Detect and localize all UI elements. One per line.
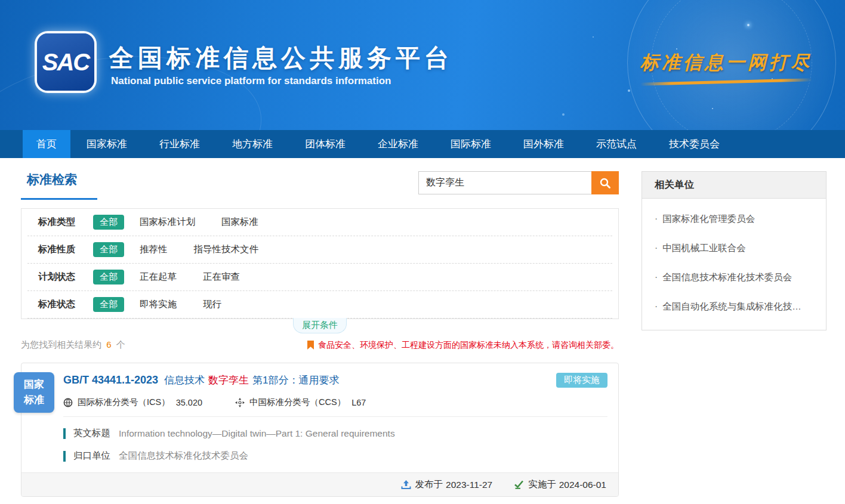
compass-icon: [235, 398, 245, 407]
related-unit-label: 国家标准化管理委员会: [662, 213, 755, 225]
card-body: GB/T 43441.1-2023 信息技术 数字孪生 第1部分：通用要求 即将…: [21, 363, 618, 462]
expand-conditions-button[interactable]: 展开条件: [293, 318, 347, 333]
committee-value: 全国信息技术标准化技术委员会: [119, 450, 248, 462]
globe-icon: [63, 398, 73, 407]
english-title-row: 英文标题 Information technology—Digital twin…: [63, 427, 607, 440]
related-units-panel: 相关单位 · 国家标准化管理委员会 · 中国机械工业联合会 · 全国信息技术标准…: [642, 171, 827, 330]
related-unit-label: 中国机械工业联合会: [662, 242, 746, 255]
related-unit-sac[interactable]: · 国家标准化管理委员会: [655, 205, 813, 234]
classification-row: 国际标准分类号（ICS） 35.020 中国标准分类号（CCS） L67: [63, 397, 607, 408]
nav-tab-pilot[interactable]: 示范试点: [580, 130, 653, 158]
sac-logo-text: SAC: [42, 49, 89, 76]
implement-check-icon: [514, 480, 528, 489]
nav-tab-enterprise-standards[interactable]: 企业标准: [362, 130, 434, 158]
search-button[interactable]: [591, 171, 619, 194]
filter-panel: 标准类型 全部 国家标准计划 国家标准 标准性质 全部 推荐性 指导性技术文件 …: [21, 208, 619, 319]
results-count-prefix: 为您找到相关结果约: [21, 339, 101, 350]
teal-bar-decoration: [63, 451, 66, 462]
filter-option-national-standard[interactable]: 国家标准: [221, 216, 258, 228]
results-count-suffix: 个: [116, 339, 125, 350]
ics-value: 35.020: [176, 398, 202, 407]
bullet-dot: ·: [655, 301, 658, 313]
header-slogan: 标准信息一网打尽: [640, 50, 812, 84]
filter-option-recommended[interactable]: 推荐性: [140, 243, 168, 256]
bookmark-icon: [307, 341, 314, 350]
results-count-number: 6: [106, 339, 111, 350]
filter-all-chip[interactable]: 全部: [93, 242, 124, 257]
english-title-value: Information technology—Digital twin—Part…: [119, 428, 395, 439]
nav-tab-group-standards[interactable]: 团体标准: [289, 130, 362, 158]
filter-row-plan-status: 计划状态 全部 正在起草 正在审查: [27, 264, 612, 291]
related-units-list: · 国家标准化管理委员会 · 中国机械工业联合会 · 全国信息技术标准化技术委员…: [642, 199, 826, 330]
sidebar-column: 相关单位 · 国家标准化管理委员会 · 中国机械工业联合会 · 全国信息技术标准…: [642, 171, 827, 497]
ccs-label: 中国标准分类号（CCS）: [249, 397, 346, 408]
site-header: SAC 全国标准信息公共服务平台 National public service…: [0, 0, 845, 130]
related-unit-automation-committee[interactable]: · 全国自动化系统与集成标准化技…: [655, 292, 813, 321]
filter-label: 标准性质: [38, 243, 93, 256]
filter-row-standard-type: 标准类型 全部 国家标准计划 国家标准: [27, 209, 612, 236]
notice-text: 食品安全、环境保护、工程建设方面的国家标准未纳入本系统，请咨询相关部委。: [318, 340, 619, 351]
standard-code: GB/T 43441.1-2023: [63, 374, 158, 386]
ccs-classification: 中国标准分类号（CCS） L67: [235, 397, 366, 408]
standard-title-cn: 信息技术: [164, 373, 205, 387]
slogan-text: 标准信息一网打尽: [640, 50, 812, 75]
ics-label: 国际标准分类号（ICS）: [78, 397, 170, 408]
title-underline: [21, 198, 97, 200]
standard-title-rest: 第1部分：通用要求: [252, 373, 339, 387]
english-title-label: 英文标题: [73, 427, 110, 440]
page-title: 标准检索: [21, 171, 97, 188]
filter-option-drafting[interactable]: 正在起草: [140, 271, 177, 283]
nav-tab-international-standards[interactable]: 国际标准: [434, 130, 507, 158]
related-unit-label: 全国自动化系统与集成标准化技…: [662, 301, 801, 313]
card-divider: [63, 416, 607, 417]
badge-line1: 国家: [24, 377, 44, 392]
publish-label: 发布于: [415, 478, 443, 491]
search-input[interactable]: [418, 171, 591, 194]
related-unit-it-committee[interactable]: · 全国信息技术标准化技术委员会: [655, 263, 813, 292]
implement-date: 2024-06-01: [559, 480, 606, 490]
ccs-value: L67: [351, 398, 366, 407]
nav-tab-industry-standards[interactable]: 行业标准: [143, 130, 216, 158]
section-title-block: 标准检索: [21, 171, 97, 200]
filter-label: 计划状态: [38, 271, 93, 283]
nav-tab-technical-committees[interactable]: 技术委员会: [653, 130, 736, 158]
filter-all-chip[interactable]: 全部: [93, 270, 124, 285]
standard-title-keyword: 数字孪生: [208, 373, 249, 387]
site-title: 全国标准信息公共服务平台: [109, 42, 453, 75]
publish-date: 2023-11-27: [446, 480, 492, 490]
main-content: 标准检索 标准类型 全部 国家标准计: [0, 158, 845, 497]
filter-option-current[interactable]: 现行: [203, 298, 221, 311]
committee-row: 归口单位 全国信息技术标准化技术委员会: [63, 450, 607, 462]
filter-option-national-plan[interactable]: 国家标准计划: [140, 216, 195, 228]
related-units-title: 相关单位: [642, 172, 826, 199]
publish-date-item: 发布于 2023-11-27: [401, 478, 493, 491]
search-header: 标准检索: [21, 171, 619, 200]
related-unit-machinery-federation[interactable]: · 中国机械工业联合会: [655, 234, 813, 263]
sac-logo[interactable]: SAC: [37, 33, 94, 91]
standard-title-link[interactable]: GB/T 43441.1-2023 信息技术 数字孪生 第1部分：通用要求: [63, 373, 340, 387]
teal-bar-decoration: [63, 428, 66, 439]
badge-line2: 标准: [24, 392, 44, 408]
main-nav: 首页 国家标准 行业标准 地方标准 团体标准 企业标准 国际标准 国外标准 示范…: [0, 130, 845, 158]
filter-label: 标准类型: [38, 216, 93, 228]
related-unit-label: 全国信息技术标准化技术委员会: [662, 271, 792, 284]
search-box: [418, 171, 619, 194]
nav-tab-home[interactable]: 首页: [23, 130, 70, 158]
filter-row-standard-nature: 标准性质 全部 推荐性 指导性技术文件: [27, 236, 612, 264]
search-results-column: 标准检索 标准类型 全部 国家标准计: [21, 171, 619, 497]
filter-all-chip[interactable]: 全部: [93, 297, 124, 312]
sparkle-dots-decoration: [747, 24, 750, 26]
filter-option-upcoming[interactable]: 即将实施: [140, 298, 177, 311]
implement-label: 实施于: [528, 478, 556, 491]
nav-tab-national-standards[interactable]: 国家标准: [70, 130, 143, 158]
results-info-row: 为您找到相关结果约 6 个 食品安全、环境保护、工程建设方面的国家标准未纳入本系…: [21, 339, 619, 351]
nav-tab-local-standards[interactable]: 地方标准: [216, 130, 289, 158]
filter-option-under-review[interactable]: 正在审查: [203, 271, 240, 283]
filter-label: 标准状态: [38, 298, 93, 311]
standard-result-card: 国家 标准 GB/T 43441.1-2023 信息技术 数字孪生 第1部分：通…: [21, 363, 619, 497]
filter-option-guiding-doc[interactable]: 指导性技术文件: [194, 243, 259, 256]
nav-tab-foreign-standards[interactable]: 国外标准: [507, 130, 580, 158]
national-standard-badge: 国家 标准: [14, 372, 54, 413]
filter-all-chip[interactable]: 全部: [93, 215, 124, 230]
card-title-row: GB/T 43441.1-2023 信息技术 数字孪生 第1部分：通用要求 即将…: [63, 373, 607, 388]
